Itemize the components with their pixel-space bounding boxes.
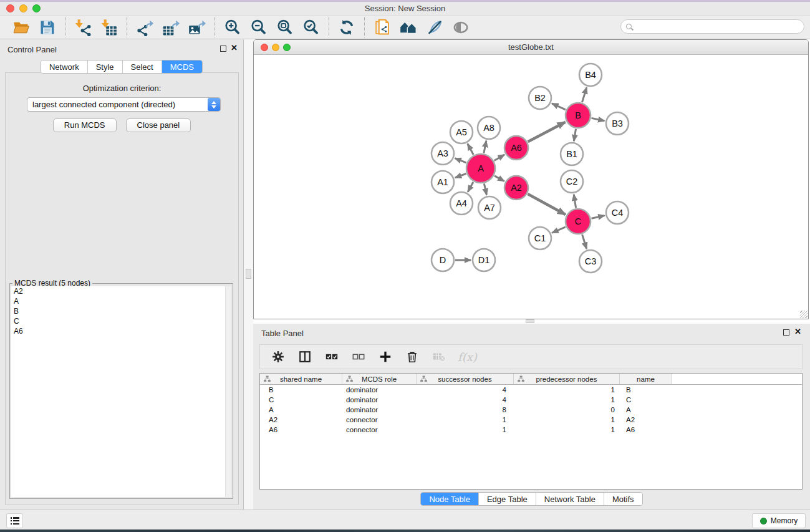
search-input[interactable]	[635, 21, 804, 32]
zoom-selected-button[interactable]	[300, 17, 322, 37]
mcds-result-item[interactable]: C	[11, 316, 231, 326]
delete-row-button[interactable]	[404, 349, 420, 365]
deselect-all-checkboxes-button[interactable]	[350, 349, 367, 365]
node-A6[interactable]: A6	[504, 136, 528, 160]
edge-A6-B[interactable]	[528, 122, 566, 142]
close-panel-icon[interactable]: ✕	[794, 327, 801, 336]
zoom-out-button[interactable]	[248, 17, 270, 37]
table-row[interactable]: A2connector11A2	[260, 415, 802, 425]
tab-mcds[interactable]: MCDS	[162, 60, 202, 73]
column-header-predecessor-nodes[interactable]: predecessor nodes	[514, 374, 620, 384]
column-header-successor-nodes[interactable]: successor nodes	[417, 374, 514, 384]
new-network-from-selection-button[interactable]	[371, 17, 393, 37]
node-B2[interactable]: B2	[529, 87, 551, 109]
network-window-titlebar[interactable]: testGlobe.txt	[254, 40, 808, 55]
network-canvas[interactable]: B4B2BB3A8A5A6A3B1AA1C2A2A4A7C4CC1C3DD1	[254, 55, 808, 319]
tab-style[interactable]: Style	[88, 60, 123, 73]
window-resize-handle[interactable]	[800, 311, 808, 318]
search-field[interactable]	[620, 19, 804, 34]
mcds-result-item[interactable]: A2	[11, 286, 231, 296]
table-row[interactable]: A6connector11A6	[260, 425, 802, 435]
run-mcds-button[interactable]: Run MCDS	[53, 118, 117, 132]
column-header-name[interactable]: name	[620, 374, 672, 384]
edge-C-C1[interactable]	[552, 227, 566, 233]
edge-A-A2[interactable]	[494, 176, 504, 181]
refresh-view-button[interactable]	[335, 17, 358, 37]
node-A8[interactable]: A8	[478, 117, 500, 139]
edge-C-C4[interactable]	[592, 216, 605, 219]
edge-A2-C[interactable]	[528, 194, 565, 215]
node-A5[interactable]: A5	[450, 121, 473, 143]
edge-A-A6[interactable]	[494, 155, 504, 161]
criterion-select[interactable]: largest connected component (directed)	[27, 97, 221, 112]
node-A2[interactable]: A2	[504, 176, 528, 200]
node-B3[interactable]: B3	[606, 112, 629, 135]
table-row[interactable]: Bdominator41B	[260, 385, 802, 395]
horizontal-split-divider[interactable]	[253, 319, 810, 324]
memory-button[interactable]: Memory	[752, 513, 806, 528]
node-C1[interactable]: C1	[529, 227, 551, 249]
node-A3[interactable]: A3	[432, 142, 454, 165]
edge-A-A8[interactable]	[484, 141, 486, 153]
zoom-in-button[interactable]	[221, 17, 244, 37]
add-row-button[interactable]	[377, 349, 393, 365]
node-C3[interactable]: C3	[579, 250, 602, 273]
save-session-button[interactable]	[36, 17, 59, 37]
export-image-button[interactable]	[186, 17, 208, 37]
settings-gear-button[interactable]	[270, 349, 286, 365]
vertical-split-divider[interactable]	[244, 39, 253, 510]
edge-A-A4[interactable]	[468, 182, 473, 192]
edge-B-B4[interactable]	[582, 87, 587, 102]
node-A7[interactable]: A7	[478, 196, 501, 219]
edge-B-B2[interactable]	[552, 104, 566, 110]
node-C[interactable]: C	[566, 209, 591, 234]
node-A[interactable]: A	[466, 154, 495, 183]
mcds-result-item[interactable]: B	[11, 306, 231, 316]
export-network-button[interactable]	[133, 17, 156, 37]
show-columns-button[interactable]	[297, 349, 313, 365]
mcds-result-item[interactable]: A6	[11, 326, 231, 336]
float-panel-icon[interactable]	[783, 329, 789, 336]
mcds-result-item[interactable]: A	[11, 296, 231, 306]
home-button[interactable]	[397, 17, 420, 37]
zoom-fit-button[interactable]	[274, 17, 296, 37]
edge-A-A1[interactable]	[455, 174, 466, 178]
birdseye-view-button[interactable]	[450, 17, 472, 37]
select-all-checkboxes-button[interactable]	[324, 349, 340, 365]
export-table-button[interactable]	[160, 17, 182, 37]
node-C2[interactable]: C2	[561, 170, 583, 193]
node-B4[interactable]: B4	[579, 64, 602, 86]
result-list-scrollbar[interactable]	[225, 286, 231, 497]
table-tab-edge-table[interactable]: Edge Table	[479, 493, 536, 505]
node-B[interactable]: B	[566, 103, 591, 128]
open-session-button[interactable]	[10, 17, 32, 37]
main-titlebar[interactable]: Session: New Session	[0, 2, 810, 16]
divider-grip[interactable]	[526, 319, 534, 323]
edge-A-A7[interactable]	[484, 183, 486, 195]
close-panel-icon[interactable]: ✕	[231, 44, 238, 52]
node-B1[interactable]: B1	[561, 143, 583, 165]
node-D1[interactable]: D1	[473, 249, 495, 271]
table-row[interactable]: Adominator80A	[260, 405, 802, 415]
import-network-button[interactable]	[72, 17, 94, 37]
table-row[interactable]: Cdominator41C	[260, 395, 802, 405]
column-header-shared-name[interactable]: shared name	[260, 374, 342, 384]
column-header-MCDS-role[interactable]: MCDS role	[342, 374, 417, 384]
import-table-button[interactable]	[98, 17, 120, 37]
divider-grip[interactable]	[246, 269, 251, 279]
node-D[interactable]: D	[432, 249, 454, 271]
node-A4[interactable]: A4	[450, 192, 473, 215]
task-history-button[interactable]	[6, 513, 23, 528]
edge-A-A3[interactable]	[455, 158, 466, 163]
float-panel-icon[interactable]	[220, 46, 226, 52]
node-A1[interactable]: A1	[432, 171, 454, 193]
mcds-result-list[interactable]: A2ABCA6	[11, 286, 231, 497]
edge-A-A5[interactable]	[468, 144, 473, 155]
tab-network[interactable]: Network	[41, 60, 88, 73]
table-tab-network-table[interactable]: Network Table	[536, 493, 604, 505]
edge-C-C3[interactable]	[582, 235, 587, 249]
edge-B-B1[interactable]	[574, 129, 576, 142]
table-tab-node-table[interactable]: Node Table	[421, 493, 479, 505]
close-panel-button[interactable]: Close panel	[126, 118, 191, 132]
edge-C-C2[interactable]	[574, 195, 576, 208]
